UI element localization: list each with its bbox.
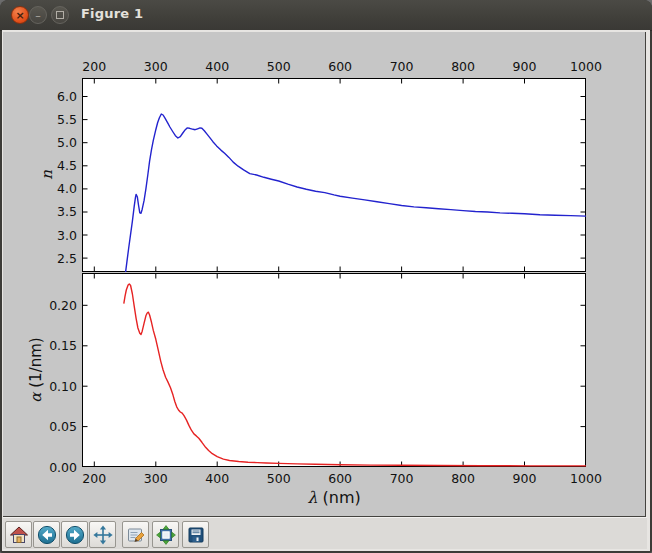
y-tick-label: 0.00: [31, 460, 77, 475]
close-icon: ×: [15, 10, 24, 21]
minimize-button[interactable]: –: [29, 6, 47, 24]
x-tick-label: 200: [72, 471, 116, 486]
maximize-icon: [56, 11, 64, 19]
y-tick-label: 0.15: [31, 338, 77, 353]
edit-subplots-icon: [126, 525, 146, 545]
x-tick-label: 800: [441, 59, 485, 74]
y-tick-label: 6.0: [31, 89, 77, 104]
figure-window: × – Figure 1 n α (1/nm) λ (nm) 200300400…: [0, 0, 652, 553]
y-tick-label: 3.0: [31, 228, 77, 243]
bottom-plot-axes[interactable]: [82, 273, 586, 467]
figure-canvas: n α (1/nm) λ (nm) 2003004005006007008009…: [3, 32, 646, 517]
zoom-button[interactable]: [152, 521, 179, 548]
x-tick-label: 400: [195, 471, 239, 486]
x-tick-label: 400: [195, 59, 239, 74]
save-icon: [186, 525, 206, 545]
y-tick-label: 0.05: [31, 419, 77, 434]
axes-frame: [83, 79, 586, 272]
home-button[interactable]: [5, 521, 32, 548]
close-button[interactable]: ×: [11, 6, 29, 24]
save-button[interactable]: [182, 521, 209, 548]
navigation-toolbar: [3, 517, 647, 549]
x-tick-label: 800: [441, 471, 485, 486]
bottom-xlabel: λ (nm): [254, 488, 414, 508]
maximize-button[interactable]: [51, 6, 69, 24]
x-tick-label: 700: [380, 471, 424, 486]
y-tick-label: 0.20: [31, 298, 77, 313]
x-tick-label: 600: [318, 471, 362, 486]
x-tick-label: 700: [380, 59, 424, 74]
y-tick-label: 0.10: [31, 379, 77, 394]
x-tick-label: 200: [72, 59, 116, 74]
window-title: Figure 1: [81, 6, 143, 21]
x-tick-label: 900: [503, 471, 547, 486]
home-icon: [9, 525, 29, 545]
x-tick-label: 900: [503, 59, 547, 74]
window-body: n α (1/nm) λ (nm) 2003004005006007008009…: [2, 30, 650, 551]
x-tick-label: 500: [257, 59, 301, 74]
back-button[interactable]: [33, 521, 60, 548]
x-tick-label: 300: [134, 471, 178, 486]
minimize-icon: –: [35, 10, 41, 21]
zoom-rect-icon: [156, 525, 176, 545]
pan-button[interactable]: [89, 521, 116, 548]
y-tick-label: 2.5: [31, 251, 77, 266]
y-tick-label: 4.5: [31, 158, 77, 173]
pan-icon: [93, 525, 113, 545]
back-icon: [37, 525, 57, 545]
top-plot-axes[interactable]: [82, 78, 586, 272]
titlebar[interactable]: × – Figure 1: [0, 0, 652, 31]
x-tick-label: 300: [134, 59, 178, 74]
y-tick-label: 4.0: [31, 181, 77, 196]
forward-button[interactable]: [61, 521, 88, 548]
axes-frame: [83, 274, 586, 467]
forward-icon: [65, 525, 85, 545]
configure-subplots-button[interactable]: [122, 521, 149, 548]
x-tick-label: 1000: [564, 471, 608, 486]
y-tick-label: 3.5: [31, 204, 77, 219]
x-tick-label: 600: [318, 59, 362, 74]
y-tick-label: 5.5: [31, 112, 77, 127]
x-tick-label: 1000: [564, 59, 608, 74]
y-tick-label: 5.0: [31, 135, 77, 150]
x-tick-label: 500: [257, 471, 301, 486]
